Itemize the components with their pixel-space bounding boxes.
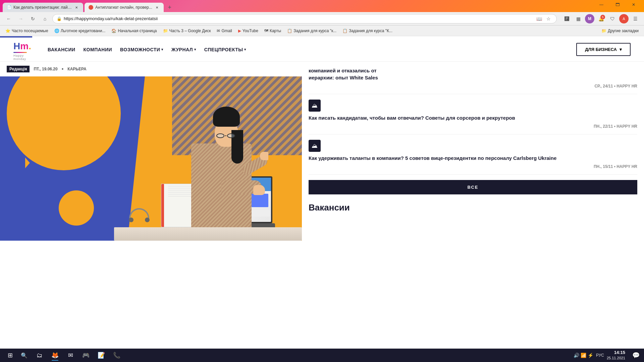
bookmark-icon[interactable]: ☆ [544, 15, 552, 23]
sidebar-article-2: ⛰ Как писать кандидатам, чтобы вам отвеч… [309, 94, 637, 134]
mail-taskbar[interactable]: ✉ [63, 349, 78, 361]
taskbar-clock[interactable]: 14:15 25.11.2021 [607, 350, 625, 360]
sidebar: компанией и отказались от иерархии: опыт… [302, 62, 644, 350]
sidebar-title-3[interactable]: Как удерживать таланты в компании? 5 сов… [309, 155, 637, 162]
taskbar-search[interactable]: 🔍 [19, 350, 30, 361]
extensions-icon[interactable]: A [619, 14, 629, 23]
bookmark-item-1[interactable]: 🌐 Льготное кредитовани... [52, 27, 108, 35]
nav-special[interactable]: СПЕЦПРОЕКТЫ ▾ [204, 47, 246, 52]
nav-journal[interactable]: ЖУРНАЛ ▾ [171, 47, 196, 52]
article2-date: ПН., 22/11 [594, 124, 613, 129]
bookmark-item-2[interactable]: 🏠 Начальная страница [109, 27, 159, 35]
bookmark1-favicon: 🌐 [54, 28, 59, 33]
file-explorer-taskbar[interactable]: 🗂 [32, 349, 47, 361]
menu-icon[interactable]: ☰ [631, 14, 640, 23]
close-button[interactable]: ✕ [626, 0, 641, 10]
reload-button[interactable]: ↻ [28, 14, 38, 23]
vacancies-title: Вакансии [309, 202, 637, 213]
windows-icon: ⊞ [8, 352, 13, 359]
bookmark8-favicon: 📋 [342, 28, 347, 33]
bookmark-item-8[interactable]: 📋 Задания для курса "К... [340, 27, 395, 35]
toolbar-icons: 🅿 ▦ M 🔔 5 🛡 A ☰ [562, 14, 640, 23]
browser-tab-2[interactable]: Антиплагиат онлайн, провер... ✕ [85, 3, 164, 12]
article-area: Редакція ПТ., 19.06.20 • КАРЬЕРА [0, 62, 302, 350]
main-content: Редакція ПТ., 19.06.20 • КАРЬЕРА [0, 62, 644, 350]
bookmark8-label: Задания для курса "К... [349, 28, 392, 33]
home-button[interactable]: ⌂ [40, 14, 50, 23]
forward-button[interactable]: → [16, 14, 25, 23]
address-bar: ← → ↻ ⌂ 🔒 https://happymonday.ua/ru/kak-… [0, 12, 644, 25]
other-bookmarks[interactable]: 📁 Другие закладки [599, 28, 641, 34]
bookmark-item-5[interactable]: ▶ YouTube [235, 27, 261, 35]
browser-tab-1[interactable]: 📄 Как делать презентации: лайф... ✕ [3, 3, 83, 12]
skype-taskbar[interactable]: 📞 [109, 349, 124, 361]
first-article-source: HAPPY HR [616, 84, 637, 88]
start-button[interactable]: ⊞ [3, 350, 17, 361]
site-logo[interactable]: Hm. Happy monday [13, 41, 30, 58]
sidebar-icon-2: ⛰ [309, 100, 321, 112]
profile-icon[interactable]: M [585, 14, 594, 23]
nav-opportunities[interactable]: ВОЗМОЖНОСТИ ▾ [120, 47, 163, 52]
shield-icon[interactable]: 🛡 [608, 14, 617, 23]
all-button[interactable]: ВСЕ [309, 180, 637, 194]
maximize-button[interactable]: 🗖 [610, 0, 625, 10]
bookmark7-label: Задания для курса "к... [293, 28, 336, 33]
taskbar: ⊞ 🔍 🗂 🦊 ✉ 🎮 📝 📞 🔊 📶 ⚡ РУС 14:15 25.11.20… [0, 349, 644, 362]
power-icon[interactable]: ⚡ [588, 353, 593, 358]
tab2-close[interactable]: ✕ [154, 5, 160, 10]
tab1-close[interactable]: ✕ [74, 5, 79, 10]
taskbar-items: 🗂 🦊 ✉ 🎮 📝 📞 [32, 349, 124, 361]
folder-icon: 📁 [601, 28, 606, 33]
other-bookmarks-label: Другие закладки [608, 28, 639, 33]
back-button[interactable]: ← [4, 14, 13, 23]
bookmarks-bar: ⭐ Часто посещаемые 🌐 Льготное кредитован… [0, 25, 644, 36]
bookmark-item-6[interactable]: 🗺 Карты [262, 27, 284, 35]
logo-subtitle: Happy monday [13, 54, 30, 61]
article-date: ПТ., 19.06.20 [34, 67, 57, 71]
bookmark6-label: Карты [270, 28, 281, 33]
word-taskbar[interactable]: 📝 [94, 349, 109, 361]
frequently-visited-label[interactable]: ⭐ Часто посещаемые [3, 27, 51, 35]
sidebar-first-title[interactable]: компанией и отказались от иерархии: опыт… [309, 67, 637, 81]
taskbar-system-icons: 🔊 📶 ⚡ [574, 353, 593, 358]
window-controls: — 🗖 ✕ [594, 0, 641, 10]
logo-box: Hm. Happy monday [13, 41, 30, 58]
bookmark-item-7[interactable]: 📋 Задания для курса "к... [284, 27, 339, 35]
tab2-favicon [89, 5, 93, 10]
bookmark2-label: Начальная страница [118, 28, 157, 33]
bookmark3-favicon: 📁 [163, 28, 168, 33]
bookmark-item-3[interactable]: 📁 Часть 3 – Google Диск [160, 27, 214, 35]
sidebar-meta-2: ПН., 22/11 • HAPPY HR [309, 124, 637, 129]
first-article-date: СР., 24/11 [594, 84, 613, 88]
youtube-favicon: ▶ [238, 28, 241, 33]
network-icon[interactable]: 📶 [581, 353, 586, 358]
bookmark7-favicon: 📋 [287, 28, 292, 33]
article-category: КАРЬЕРА [67, 67, 86, 71]
xbox-taskbar[interactable]: 🎮 [78, 349, 93, 361]
bookmark1-label: Льготное кредитовани... [61, 28, 106, 33]
search-icon: 🔍 [21, 352, 28, 359]
tab2-title: Антиплагиат онлайн, провер... [95, 5, 152, 10]
notifications-icon[interactable]: 🔔 5 [596, 14, 606, 23]
reading-mode-icon[interactable]: 📖 [535, 15, 543, 23]
minimize-button[interactable]: — [594, 0, 609, 10]
url-bar[interactable]: 🔒 https://happymonday.ua/ru/kak-delat-pr… [52, 14, 557, 23]
sidebar-icon-3: ⛰ [309, 140, 321, 152]
notification-center[interactable]: 💬 [631, 350, 641, 361]
new-tab-button[interactable]: + [165, 3, 174, 12]
article3-date: ПН., 15/11 [594, 164, 613, 169]
sidebar-icon[interactable]: ▦ [574, 14, 583, 23]
sidebar-title-2[interactable]: Как писать кандидатам, чтобы вам отвечал… [309, 114, 637, 121]
nav-companies[interactable]: КОМПАНИИ [84, 47, 112, 52]
pocket-icon[interactable]: 🅿 [562, 14, 572, 23]
sidebar-meta-3: ПН., 15/11 • HAPPY HR [309, 164, 637, 169]
keyboard-lang[interactable]: РУС [596, 353, 604, 358]
firefox-taskbar[interactable]: 🦊 [48, 349, 62, 361]
nav-vacancies[interactable]: ВАКАНСИИ [48, 47, 75, 52]
first-title-line2: иерархии: опыт White Sales [309, 75, 378, 80]
taskbar-date: 25.11.2021 [607, 356, 625, 360]
business-button[interactable]: ДЛЯ БИЗНЕСА ▾ [576, 43, 631, 56]
volume-up-icon[interactable]: 🔊 [574, 353, 579, 358]
sidebar-article-3: ⛰ Как удерживать таланты в компании? 5 с… [309, 134, 637, 175]
bookmark-item-4[interactable]: ✉ Gmail [214, 27, 234, 35]
